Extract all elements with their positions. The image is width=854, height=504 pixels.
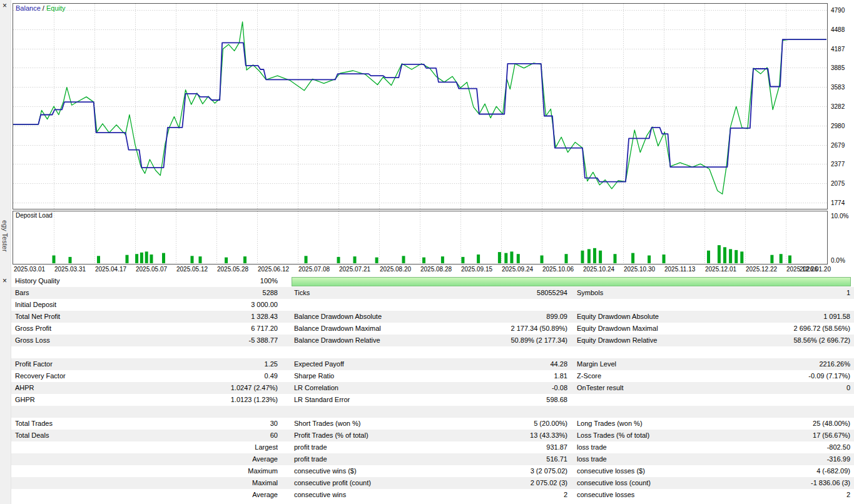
history-quality-progress-bar [292, 277, 851, 286]
stats-value: 1 091.58 [743, 311, 854, 323]
stats-value: 899.09 [457, 311, 567, 323]
stats-value [743, 406, 854, 418]
legend-separator: / [41, 4, 46, 12]
date-axis-label: 2025.09.15 [461, 266, 492, 273]
tester-results-area: Balance / Equity 47904488418738853583328… [11, 0, 854, 504]
date-axis: 2025.03.012025.03.312025.04.172025.05.07… [13, 265, 854, 274]
stats-label [294, 346, 457, 358]
deposit-load-label: Deposit Load [16, 212, 53, 219]
stats-label [11, 489, 168, 501]
stats-label: Symbols [577, 287, 743, 299]
stats-row: Total Trades30Short Trades (won %)5 (20.… [11, 418, 854, 430]
stats-value: -802.50 [743, 441, 854, 453]
stats-value: Average [168, 453, 278, 465]
stats-value: 1.25 [168, 358, 278, 370]
stats-value: 0.49 [168, 370, 278, 382]
stats-row: Gross Loss-5 388.77Balance Drawdown Rela… [11, 335, 854, 346]
price-axis-label: 4488 [831, 26, 845, 33]
stats-label [11, 441, 168, 453]
stats-label: Profit Trades (% of total) [294, 430, 457, 441]
date-axis-label: 2025.07.21 [339, 266, 370, 273]
date-axis-label: 2025.05.07 [136, 266, 167, 273]
stats-label: consecutive wins ($) [294, 465, 457, 477]
date-axis-label: 2025.10.30 [624, 266, 655, 273]
date-axis-label: 2025.05.12 [176, 266, 208, 273]
stats-value: 44.28 [457, 358, 567, 370]
stats-label: History Quality [11, 275, 168, 287]
price-axis-label: 3885 [831, 64, 845, 71]
stats-value: 1 [743, 287, 854, 299]
stats-label: Equity Drawdown Absolute [577, 311, 743, 323]
chart-legend: Balance / Equity [16, 4, 66, 12]
panel-close-button[interactable]: × [3, 2, 7, 9]
stats-label: Total Net Profit [11, 311, 168, 323]
date-axis-label: 2025.10.24 [583, 266, 614, 273]
deposit-load-axis-label: 0.0% [831, 257, 845, 264]
stats-row: Bars5288Ticks58055294Symbols1 [11, 287, 854, 299]
stats-label: Margin Level [577, 358, 743, 370]
date-axis-label: 2025.08.28 [420, 266, 452, 273]
stats-value [168, 346, 278, 358]
stats-value: 58055294 [457, 287, 567, 299]
strategy-tester-window: × egy Tester × Balance / Equity 47904488… [0, 0, 854, 504]
stats-row: Recovery Factor0.49Sharpe Ratio1.81Z-Sco… [11, 370, 854, 382]
deposit-load-chart[interactable]: Deposit Load [13, 211, 828, 265]
stats-value: Maximum [168, 465, 278, 477]
date-axis-label: 2025.10.06 [542, 266, 574, 273]
stats-row: Averageconsecutive wins2consecutive loss… [11, 489, 854, 501]
stats-value: -1 836.06 (3) [743, 477, 854, 489]
stats-row: Initial Deposit3 000.00 [11, 299, 854, 311]
stats-value: 2 [743, 489, 854, 501]
price-axis-label: 3583 [831, 84, 845, 91]
stats-label: Initial Deposit [11, 299, 168, 311]
stats-value: 2 [457, 489, 567, 501]
date-axis-label: 2025.12.22 [746, 266, 777, 273]
stats-label: Ticks [294, 287, 457, 299]
stats-label: consecutive wins [294, 489, 457, 501]
stats-label: profit trade [294, 453, 457, 465]
stats-label: Z-Score [577, 370, 743, 382]
stats-value: 30 [168, 418, 278, 430]
stats-value: 58.56% (2 696.72) [743, 335, 854, 346]
stats-label [294, 406, 457, 418]
stats-row: History Quality100% [11, 275, 854, 287]
stats-row [11, 346, 854, 358]
price-axis-label: 4187 [831, 45, 845, 52]
deposit-load-axis-label: 10.0% [831, 213, 848, 219]
stats-row: AHPR1.0247 (2.47%)LR Correlation-0.08OnT… [11, 382, 854, 394]
balance-equity-chart[interactable]: Balance / Equity [13, 3, 828, 209]
stats-label: Short Trades (won %) [294, 418, 457, 430]
stats-row: Total Deals60Profit Trades (% of total)1… [11, 430, 854, 441]
stats-value: 17 (56.67%) [743, 430, 854, 441]
stats-label: profit trade [294, 441, 457, 453]
date-axis-label: 2025.12.01 [705, 266, 736, 273]
price-axis-label: 2980 [831, 122, 845, 129]
stats-value: 5288 [168, 287, 278, 299]
stats-row: Maximumconsecutive wins ($)3 (2 075.02)c… [11, 465, 854, 477]
stats-label: LR Correlation [294, 382, 457, 394]
stats-label: consecutive losses ($) [577, 465, 743, 477]
stats-value: 4 (-682.09) [743, 465, 854, 477]
price-axis: 4790448841873885358332822980267923772075… [828, 3, 854, 209]
stats-value: 1.0247 (2.47%) [168, 382, 278, 394]
stats-label [11, 346, 168, 358]
stats-row: Averageprofit trade516.71loss trade-316.… [11, 453, 854, 465]
stats-value: 0 [743, 382, 854, 394]
stats-label: GHPR [11, 394, 168, 406]
strategy-tester-tab-label[interactable]: egy Tester [1, 220, 9, 252]
balance-legend-label: Balance [16, 4, 41, 12]
price-axis-label: 2679 [831, 141, 845, 148]
stats-value: Maximal [168, 477, 278, 489]
stats-label [577, 394, 743, 406]
stats-value: 1 328.43 [168, 311, 278, 323]
results-close-button[interactable]: × [3, 277, 7, 285]
stats-label: Long Trades (won %) [577, 418, 743, 430]
stats-label: Bars [11, 287, 168, 299]
stats-label: LR Standard Error [294, 394, 457, 406]
stats-label: OnTester result [577, 382, 743, 394]
price-axis-label: 3282 [831, 103, 845, 110]
stats-value: 5 (20.00%) [457, 418, 567, 430]
stats-label: Loss Trades (% of total) [577, 430, 743, 441]
stats-value: 2216.26% [743, 358, 854, 370]
stats-label: Equity Drawdown Maximal [577, 323, 743, 335]
